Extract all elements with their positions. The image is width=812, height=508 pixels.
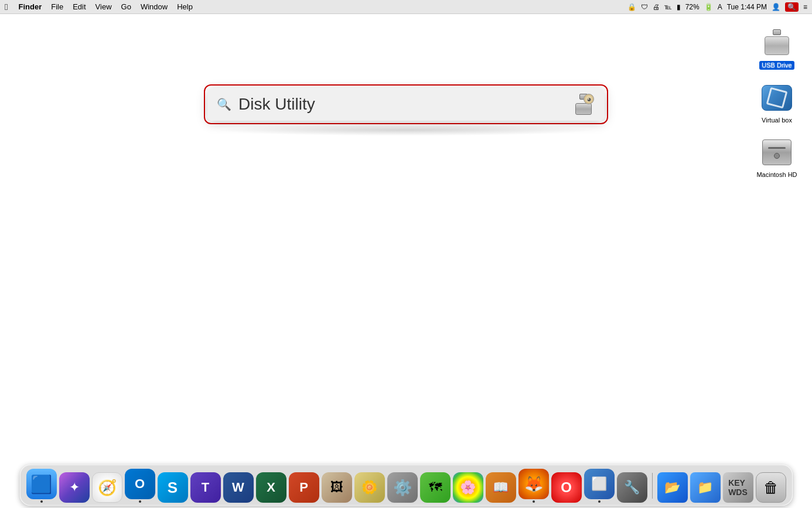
virtual-box-label: Virtual box: [762, 117, 792, 124]
dock-item-photos[interactable]: 🌸: [453, 472, 483, 503]
virtual-box-icon-img: [760, 81, 793, 114]
ppt-icon: P: [289, 472, 319, 503]
dock-item-opera[interactable]: O: [551, 472, 582, 503]
virtualbox2-icon: ⬜: [584, 469, 615, 499]
macintosh-hd-label: Macintosh HD: [756, 171, 797, 179]
macintosh-hd-icon-img: [760, 136, 793, 169]
dock-item-trash[interactable]: 🗑: [756, 472, 786, 503]
spotlight-border: 🔍 ◕: [204, 84, 608, 124]
teams-icon: T: [190, 472, 221, 503]
tools-icon: 🔧: [617, 472, 647, 503]
spotlight-box: 🔍 ◕: [207, 88, 605, 121]
spotlight-input[interactable]: [238, 95, 572, 114]
menu-wifi-icon[interactable]: ▮: [677, 3, 681, 11]
menubar:  Finder File Edit View Go Window Help 🔒…: [0, 0, 812, 14]
dock-item-keywords[interactable]: KEYWDS: [723, 472, 753, 503]
skype-icon: S: [158, 472, 188, 503]
syspref-icon: ⚙️: [387, 472, 418, 503]
keywords-icon: KEYWDS: [723, 472, 753, 503]
excel-icon: X: [256, 472, 286, 503]
files-icon: 📁: [690, 472, 721, 503]
menu-window[interactable]: Window: [136, 2, 172, 11]
dock-item-safari[interactable]: 🧭: [92, 472, 122, 503]
dock-item-tools[interactable]: 🔧: [617, 472, 647, 503]
opera-icon: O: [551, 472, 582, 503]
menu-search-button[interactable]: 🔍: [785, 2, 799, 12]
menu-finder[interactable]: Finder: [13, 2, 46, 11]
usb-drive-label: USB Drive: [759, 61, 794, 70]
finder-dot: [40, 500, 43, 503]
desktop-icon-usb-drive[interactable]: USB Drive: [753, 26, 800, 70]
dock-item-preview[interactable]: 🖼: [322, 472, 352, 503]
spotlight-app-icon: ◕: [572, 93, 595, 116]
dock-item-maps[interactable]: 🗺: [420, 472, 451, 503]
dock-item-outlook[interactable]: O: [125, 469, 155, 503]
dock-item-firefox[interactable]: 🦊: [518, 469, 549, 503]
dock-separator: [652, 473, 653, 499]
dock-item-ppt[interactable]: P: [289, 472, 319, 503]
spotlight-shadow: [216, 124, 596, 136]
firefox-icon: 🦊: [518, 469, 549, 499]
menu-vpn-icon[interactable]: 🛡: [641, 3, 648, 11]
dock-item-excel[interactable]: X: [256, 472, 286, 503]
menu-time: Tue 1:44 PM: [727, 3, 767, 11]
spotlight-search-icon: 🔍: [217, 97, 231, 111]
apple-menu[interactable]: : [5, 2, 8, 12]
dock-item-word[interactable]: W: [223, 472, 254, 503]
safari-icon: 🧭: [92, 472, 122, 503]
word-icon: W: [223, 472, 254, 503]
dock-item-siri[interactable]: ✦: [59, 472, 90, 503]
maps-icon: 🗺: [420, 472, 451, 503]
menu-battery-icon: 🔋: [704, 3, 713, 11]
usb-drive-icon-img: [760, 26, 793, 59]
menu-help[interactable]: Help: [172, 2, 197, 11]
dock-item-apps[interactable]: 📂: [657, 472, 688, 503]
menu-edit[interactable]: Edit: [68, 2, 90, 11]
menu-file[interactable]: File: [46, 2, 68, 11]
menu-battery[interactable]: 72%: [685, 3, 700, 11]
menu-bluetooth-icon[interactable]: ℡: [664, 3, 672, 11]
dock-item-teams[interactable]: T: [190, 472, 221, 503]
desktop-icon-virtual-box[interactable]: Virtual box: [753, 81, 800, 124]
menu-user-icon[interactable]: 👤: [772, 3, 780, 11]
dock-item-finder[interactable]: 🟦: [26, 469, 57, 503]
ibooks-icon: 📖: [486, 472, 516, 503]
menu-dict-icon[interactable]: A: [718, 3, 722, 11]
spotlight-wrapper: 🔍 ◕: [204, 84, 608, 136]
outlook-dot: [139, 500, 141, 503]
menu-print-icon[interactable]: 🖨: [653, 3, 660, 11]
dock-item-files[interactable]: 📁: [690, 472, 721, 503]
dock-item-syspref[interactable]: ⚙️: [387, 472, 418, 503]
dock-item-virtualbox2[interactable]: ⬜: [584, 469, 615, 503]
dock-item-ibooks[interactable]: 📖: [486, 472, 516, 503]
firefox-dot: [533, 500, 535, 503]
siri-icon: ✦: [59, 472, 90, 503]
desktop-icon-macintosh-hd[interactable]: Macintosh HD: [753, 136, 800, 179]
dock: 🟦 ✦ 🧭 O: [20, 465, 793, 506]
finder-icon: 🟦: [26, 469, 57, 499]
outlook-icon: O: [125, 469, 155, 499]
desktop: 🔍 ◕: [0, 14, 812, 508]
misc-icon: 🌼: [354, 472, 385, 503]
dock-item-misc[interactable]: 🌼: [354, 472, 385, 503]
menu-security-icon[interactable]: 🔒: [627, 3, 636, 11]
virtualbox2-dot: [598, 500, 601, 503]
apps-icon: 📂: [657, 472, 688, 503]
trash-icon: 🗑: [756, 472, 786, 503]
menu-view[interactable]: View: [91, 2, 117, 11]
preview-icon: 🖼: [322, 472, 352, 503]
photos-icon: 🌸: [453, 472, 483, 503]
dock-item-skype[interactable]: S: [158, 472, 188, 503]
menu-list-icon[interactable]: ≡: [803, 3, 807, 11]
desktop-icons: USB Drive Virtual box Macintosh HD: [753, 26, 800, 179]
spotlight-overlay: 🔍 ◕: [0, 14, 812, 508]
menu-go[interactable]: Go: [117, 2, 136, 11]
dock-container: 🟦 ✦ 🧭 O: [0, 465, 812, 508]
menu-right: 🔒 🛡 🖨 ℡ ▮ 72% 🔋 A Tue 1:44 PM 👤 🔍 ≡: [627, 2, 807, 12]
